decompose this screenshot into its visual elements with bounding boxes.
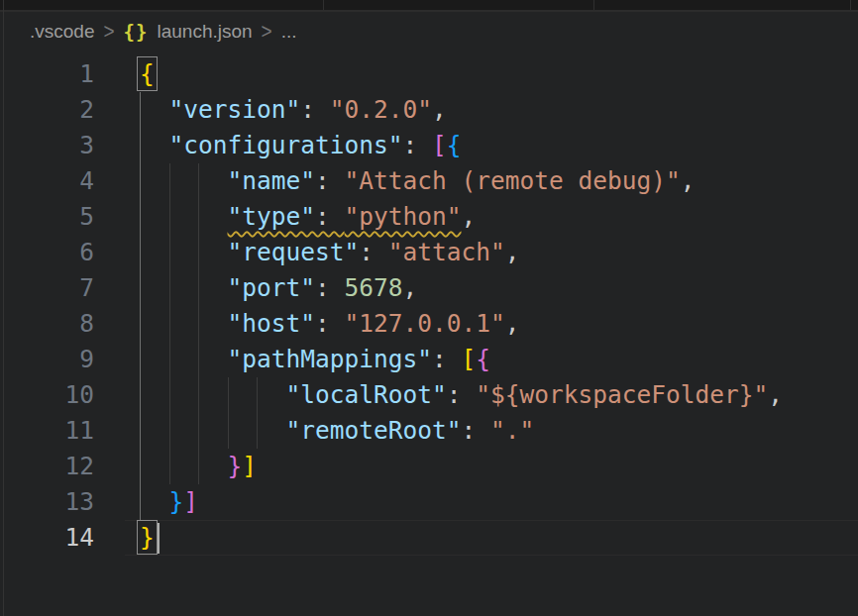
code-line-text: "remoteRoot": "." (94, 413, 534, 449)
line-number[interactable]: 2 (0, 92, 94, 128)
breadcrumb-file[interactable]: launch.json (157, 21, 252, 43)
line-number[interactable]: 14 (0, 520, 94, 556)
code-lines: 1{2 "version": "0.2.0",3 "configurations… (0, 56, 858, 556)
code-token: "name" (228, 166, 316, 195)
code-line-text: "host": "127.0.0.1", (94, 306, 520, 342)
code-token: : (359, 238, 388, 266)
chevron-right-icon: > (262, 19, 272, 44)
code-token: } (169, 487, 184, 516)
code-token: : (315, 273, 345, 302)
line-number[interactable]: 4 (0, 163, 94, 199)
code-token (140, 202, 228, 231)
code-line[interactable]: 7 "port": 5678, (0, 270, 858, 306)
code-token: "." (490, 416, 534, 445)
tab-separator (593, 0, 594, 10)
tab-separator (850, 0, 851, 10)
code-token: "localRoot" (286, 380, 447, 409)
breadcrumb: .vscode > {} launch.json > ... (30, 14, 297, 50)
code-token: : (315, 202, 345, 231)
code-token: , (768, 380, 783, 409)
line-number[interactable]: 7 (0, 270, 94, 306)
code-line[interactable]: 8 "host": "127.0.0.1", (0, 306, 858, 342)
code-token: 5678 (345, 273, 403, 302)
breadcrumb-folder[interactable]: .vscode (30, 21, 94, 43)
code-token: "request" (228, 238, 360, 266)
code-token: , (432, 95, 447, 124)
code-line[interactable]: 3 "configurations": [{ (0, 128, 858, 163)
code-line-text: }] (94, 484, 198, 520)
code-token: "${workspaceFolder}" (476, 380, 768, 409)
bracket-match: { (140, 59, 155, 88)
code-token: : (447, 380, 477, 409)
code-token: "remoteRoot" (286, 416, 462, 445)
code-line[interactable]: 5 "type": "python", (0, 199, 858, 235)
code-line[interactable]: 13 }] (0, 484, 858, 520)
tab-bar[interactable] (0, 0, 858, 12)
json-braces-icon: {} (124, 21, 149, 43)
code-line-text: { (94, 56, 155, 92)
code-line[interactable]: 11 "remoteRoot": "." (0, 413, 858, 449)
code-token: "host" (228, 309, 316, 338)
code-token: "attach" (388, 238, 505, 266)
code-token: : (315, 166, 345, 195)
code-line[interactable]: 10 "localRoot": "${workspaceFolder}", (0, 377, 858, 413)
line-number[interactable]: 11 (0, 413, 94, 449)
code-line-text: "pathMappings": [{ (94, 342, 490, 377)
line-number[interactable]: 1 (0, 56, 94, 92)
code-line-text: }] (94, 449, 257, 484)
code-token (140, 273, 228, 302)
code-token (140, 487, 169, 516)
code-token: ] (183, 487, 198, 516)
code-token: : (462, 416, 491, 445)
line-number[interactable]: 3 (0, 128, 94, 163)
code-line-text: "configurations": [{ (94, 128, 462, 163)
code-token: } (228, 452, 243, 480)
tab-separator (323, 0, 324, 10)
code-line-text: "version": "0.2.0", (94, 92, 447, 128)
code-line[interactable]: 14} (0, 520, 858, 556)
code-line-text: "localRoot": "${workspaceFolder}", (94, 377, 783, 413)
code-line[interactable]: 12 }] (0, 449, 858, 484)
code-line-text: } (94, 520, 155, 556)
line-number[interactable]: 10 (0, 377, 94, 413)
line-number[interactable]: 8 (0, 306, 94, 342)
code-token: : (432, 345, 462, 373)
text-cursor (158, 523, 160, 554)
code-token: : (403, 131, 433, 159)
line-number[interactable]: 5 (0, 199, 94, 235)
code-token: "0.2.0" (330, 95, 432, 124)
code-line[interactable]: 2 "version": "0.2.0", (0, 92, 858, 128)
code-token: "type" (228, 202, 316, 231)
code-token: "127.0.0.1" (345, 309, 505, 338)
line-number[interactable]: 12 (0, 449, 94, 484)
code-editor[interactable]: 1{2 "version": "0.2.0",3 "configurations… (0, 0, 858, 616)
line-number[interactable]: 13 (0, 484, 94, 520)
code-line[interactable]: 9 "pathMappings": [{ (0, 342, 858, 377)
code-token: , (462, 202, 477, 231)
code-token: "Attach (remote debug)" (345, 166, 681, 195)
code-line-text: "type": "python", (94, 199, 476, 235)
code-token (140, 416, 286, 445)
chevron-right-icon: > (103, 19, 114, 44)
code-token (140, 380, 286, 409)
code-token (140, 238, 228, 266)
bracket-match: } (140, 523, 155, 552)
code-line[interactable]: 4 "name": "Attach (remote debug)", (0, 163, 858, 199)
code-line[interactable]: 6 "request": "attach", (0, 235, 858, 270)
code-token (140, 309, 228, 338)
line-number[interactable]: 9 (0, 342, 94, 377)
code-token: "port" (228, 273, 316, 302)
breadcrumb-symbol[interactable]: ... (281, 21, 297, 43)
code-token: , (505, 309, 520, 338)
code-token: { (447, 131, 462, 159)
code-line-text: "request": "attach", (94, 235, 520, 270)
code-token: [ (432, 131, 447, 159)
code-line-text: "port": 5678, (94, 270, 417, 306)
code-token: "version" (169, 95, 301, 124)
code-token: , (403, 273, 418, 302)
code-line[interactable]: 1{ (0, 56, 858, 92)
code-line-text: "name": "Attach (remote debug)", (94, 163, 696, 199)
line-number[interactable]: 6 (0, 235, 94, 270)
warning-squiggle: "type": "python" (228, 202, 462, 231)
code-token: ] (242, 452, 257, 480)
